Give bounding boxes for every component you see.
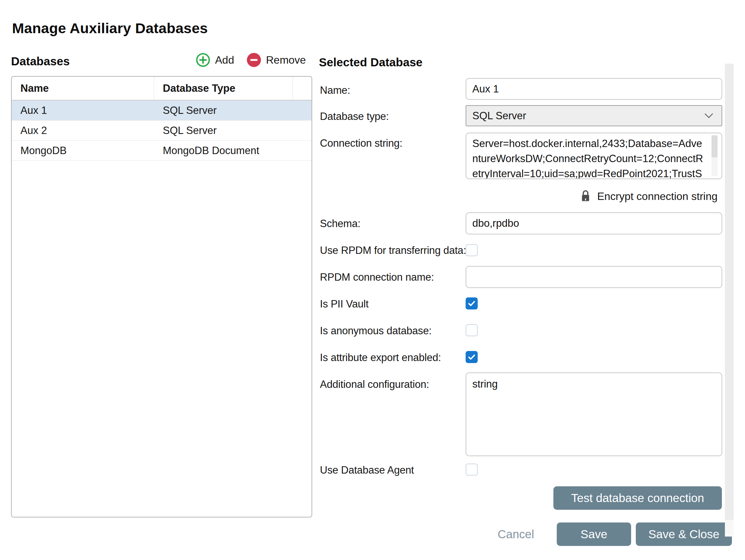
selected-database-heading: Selected Database	[319, 56, 422, 69]
name-input[interactable]	[465, 78, 722, 100]
is-attribute-export-enabled-label: Is attribute export enabled:	[320, 352, 441, 364]
chevron-down-icon	[704, 113, 714, 119]
cell-spacer	[293, 100, 312, 120]
database-table-body: Aux 1SQL ServerAux 2SQL ServerMongoDBMon…	[12, 100, 312, 161]
save-and-close-button[interactable]: Save & Close	[636, 523, 732, 546]
name-label: Name:	[320, 85, 350, 96]
databases-table-header: Name Database Type	[12, 77, 312, 100]
cell-database-type: MongoDB Document	[154, 141, 293, 160]
column-header-spacer	[293, 77, 312, 100]
add-icon	[196, 53, 210, 67]
table-row[interactable]: MongoDBMongoDB Document	[12, 141, 312, 161]
cell-database-name: MongoDB	[12, 141, 154, 160]
use-database-agent-label: Use Database Agent	[320, 464, 414, 476]
column-header-name[interactable]: Name	[12, 77, 154, 100]
add-database-button[interactable]: Add	[196, 53, 234, 67]
additional-configuration-textarea[interactable]	[465, 372, 722, 456]
cell-database-name: Aux 1	[12, 100, 154, 120]
cell-database-type: SQL Server	[154, 121, 293, 140]
connection-string-field	[465, 133, 722, 179]
use-rpdm-checkbox[interactable]	[465, 244, 478, 256]
schema-label: Schema:	[320, 218, 360, 230]
remove-button-label: Remove	[266, 54, 306, 66]
table-row[interactable]: Aux 2SQL Server	[12, 121, 312, 141]
connection-string-scrollbar[interactable]	[712, 135, 717, 176]
test-database-connection-button[interactable]: Test database connection	[553, 486, 722, 510]
rpdm-connection-name-input[interactable]	[465, 266, 722, 288]
page-title: Manage Auxiliary Databases	[12, 20, 208, 36]
database-type-value: SQL Server	[472, 110, 526, 122]
is-anonymous-database-checkbox[interactable]	[465, 324, 478, 336]
additional-configuration-field	[465, 372, 722, 456]
remove-database-button[interactable]: Remove	[247, 53, 306, 67]
lock-icon	[580, 189, 591, 203]
is-pii-vault-checkbox[interactable]	[465, 297, 478, 309]
table-row[interactable]: Aux 1SQL Server	[12, 100, 312, 121]
add-button-label: Add	[215, 54, 234, 66]
database-type-select[interactable]: SQL Server	[465, 105, 722, 126]
cell-spacer	[293, 121, 312, 140]
encrypt-connection-string-label: Encrypt connection string	[597, 190, 717, 203]
use-rpdm-label: Use RPDM for transferring data:	[320, 244, 466, 257]
cancel-button[interactable]: Cancel	[489, 523, 543, 546]
databases-table: Name Database Type Aux 1SQL ServerAux 2S…	[11, 76, 312, 518]
cell-database-name: Aux 2	[12, 121, 154, 140]
encrypt-connection-string-button[interactable]: Encrypt connection string	[465, 188, 717, 204]
is-pii-vault-label: Is PII Vault	[320, 298, 368, 310]
is-attribute-export-enabled-checkbox[interactable]	[465, 351, 478, 363]
connection-string-textarea[interactable]	[465, 133, 722, 179]
rpdm-connection-name-label: RPDM connection name:	[320, 271, 434, 283]
cell-database-type: SQL Server	[154, 100, 293, 120]
remove-icon	[247, 53, 261, 67]
schema-input[interactable]	[465, 212, 722, 234]
column-header-database-type[interactable]: Database Type	[154, 77, 293, 100]
save-button[interactable]: Save	[557, 523, 631, 546]
panel-scrollbar-track[interactable]	[725, 520, 734, 536]
use-database-agent-checkbox[interactable]	[465, 464, 478, 475]
databases-heading: Databases	[11, 55, 70, 68]
is-anonymous-database-label: Is anonymous database:	[320, 325, 431, 337]
connection-string-label: Connection string:	[320, 137, 402, 150]
additional-configuration-label: Additional configuration:	[320, 378, 429, 391]
panel-scrollbar[interactable]	[725, 64, 734, 520]
cell-spacer	[293, 141, 312, 160]
database-type-label: Database type:	[320, 110, 389, 123]
